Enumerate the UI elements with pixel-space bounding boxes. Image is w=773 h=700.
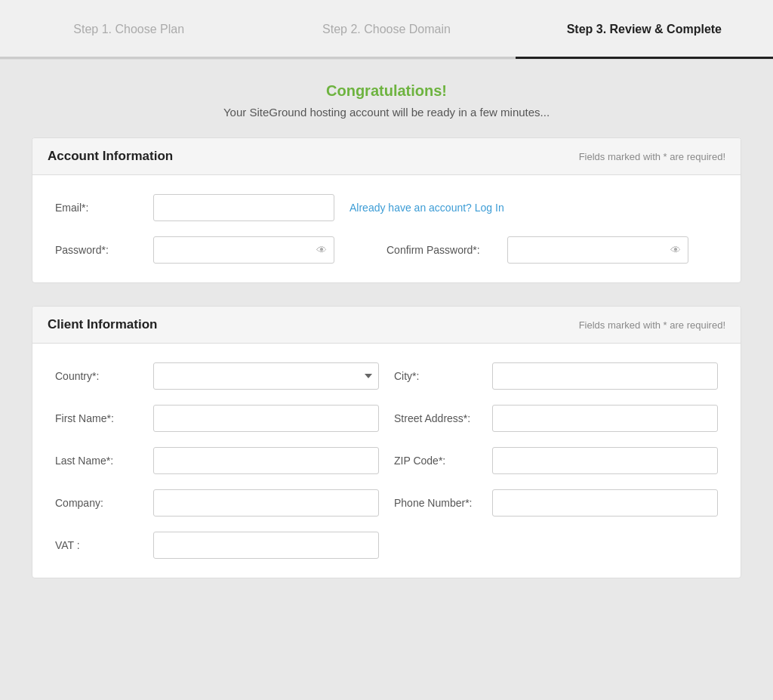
congratulations-section: Congratulations! Your SiteGround hosting…: [32, 82, 741, 119]
client-info-header: Client Information Fields marked with * …: [32, 307, 741, 344]
client-info-note: Fields marked with * are required!: [579, 319, 725, 331]
vat-input[interactable]: [153, 532, 379, 559]
first-name-row: First Name*:: [55, 405, 379, 432]
country-label: Country*:: [55, 370, 153, 382]
client-col-left: Country*: First Name*: Last Name*:: [55, 362, 379, 559]
password-input-wrapper: 👁: [153, 236, 334, 264]
client-info-body: Country*: First Name*: Last Name*:: [32, 344, 741, 578]
account-info-card: Account Information Fields marked with *…: [32, 137, 741, 283]
password-input[interactable]: [153, 236, 334, 264]
password-col: Password*: 👁: [55, 236, 386, 264]
zip-code-input[interactable]: [492, 447, 718, 474]
last-name-input[interactable]: [153, 447, 379, 474]
step2-item[interactable]: Step 2. Choose Domain: [257, 0, 515, 59]
city-label: City*:: [394, 370, 492, 382]
phone-number-input[interactable]: [492, 489, 718, 517]
vat-row: VAT :: [55, 532, 379, 559]
email-input[interactable]: [153, 194, 334, 221]
confirm-password-col: Confirm Password*: 👁: [386, 236, 718, 264]
account-info-body: Email*: Already have an account? Log In …: [32, 175, 741, 282]
email-row: Email*: Already have an account? Log In: [55, 194, 718, 221]
company-input[interactable]: [153, 489, 379, 517]
city-row: City*:: [394, 362, 718, 390]
congrats-subtitle: Your SiteGround hosting account will be …: [32, 106, 741, 119]
phone-number-row: Phone Number*:: [394, 489, 718, 517]
vat-label: VAT :: [55, 539, 153, 551]
client-info-title: Client Information: [48, 317, 157, 332]
city-input[interactable]: [492, 362, 718, 390]
client-grid: Country*: First Name*: Last Name*:: [55, 362, 718, 559]
account-info-title: Account Information: [48, 149, 173, 164]
country-row: Country*:: [55, 362, 379, 390]
client-info-card: Client Information Fields marked with * …: [32, 306, 741, 578]
street-address-input[interactable]: [492, 405, 718, 432]
last-name-row: Last Name*:: [55, 447, 379, 474]
country-select[interactable]: [153, 362, 379, 390]
steps-bar: Step 1. Choose Plan Step 2. Choose Domai…: [0, 0, 773, 60]
company-label: Company:: [55, 497, 153, 509]
password-label: Password*:: [55, 244, 153, 256]
phone-number-label: Phone Number*:: [394, 497, 492, 509]
step3-item[interactable]: Step 3. Review & Complete: [516, 0, 773, 59]
first-name-label: First Name*:: [55, 412, 153, 424]
street-address-row: Street Address*:: [394, 405, 718, 432]
step1-item[interactable]: Step 1. Choose Plan: [0, 0, 257, 59]
last-name-label: Last Name*:: [55, 455, 153, 467]
account-info-header: Account Information Fields marked with *…: [32, 138, 741, 175]
zip-code-label: ZIP Code*:: [394, 455, 492, 467]
main-content: Congratulations! Your SiteGround hosting…: [17, 60, 756, 624]
client-col-right: City*: Street Address*: ZIP Code*: Phone…: [394, 362, 718, 559]
confirm-password-input[interactable]: [507, 236, 688, 264]
zip-code-row: ZIP Code*:: [394, 447, 718, 474]
step2-label: Step 2. Choose Domain: [322, 23, 451, 36]
confirm-password-label: Confirm Password*:: [386, 244, 507, 256]
street-address-label: Street Address*:: [394, 412, 492, 424]
account-info-note: Fields marked with * are required!: [579, 151, 725, 162]
first-name-input[interactable]: [153, 405, 379, 432]
confirm-password-input-wrapper: 👁: [507, 236, 688, 264]
congrats-title: Congratulations!: [32, 82, 741, 100]
step1-label: Step 1. Choose Plan: [73, 23, 184, 36]
login-link[interactable]: Already have an account? Log In: [350, 202, 504, 214]
step3-label: Step 3. Review & Complete: [567, 23, 722, 36]
password-row: Password*: 👁 Confirm Password*: 👁: [55, 236, 718, 264]
company-row: Company:: [55, 489, 379, 517]
email-label: Email*:: [55, 202, 153, 214]
